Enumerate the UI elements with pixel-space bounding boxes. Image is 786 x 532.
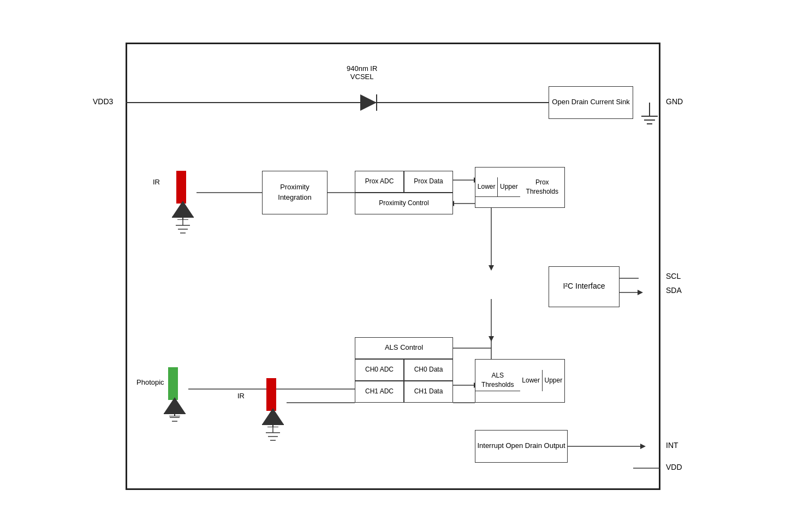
prox-upper-box: Upper	[498, 177, 520, 197]
prox-data-box: Prox Data	[404, 171, 453, 193]
open-drain-box: Open Drain Current Sink	[549, 86, 633, 119]
vdd-label: VDD	[666, 463, 682, 471]
ir-top-label: IR	[153, 178, 160, 186]
prox-thresholds-label: Prox Thresholds	[520, 177, 565, 198]
interrupt-box: Interrupt Open Drain Output	[475, 430, 568, 463]
ir-top-diode	[169, 198, 196, 220]
gnd-label: GND	[666, 97, 683, 106]
prox-thresholds-outer: Lower Upper Prox Thresholds	[475, 167, 565, 208]
svg-marker-55	[262, 408, 284, 425]
diagram-container: VDD3 GND SCL SDA INT VDD 940nm IRVCSEL I…	[93, 32, 693, 501]
als-control-box: ALS Control	[355, 337, 453, 359]
proximity-integration-box: Proximity Integration	[262, 171, 327, 214]
svg-marker-51	[164, 397, 186, 414]
photopic-diode	[161, 394, 188, 416]
als-lower-box: Lower	[520, 370, 543, 391]
prox-lower-box: Lower	[475, 177, 498, 197]
ir-bottom-diode	[259, 405, 287, 427]
vcsel-label: 940nm IRVCSEL	[347, 64, 377, 81]
sda-label: SDA	[666, 286, 682, 295]
als-thresholds-label: ALS Thresholds	[475, 370, 520, 391]
als-thresholds-outer: ALS Thresholds Lower Upper	[475, 359, 565, 403]
photopic-label: Photopic	[136, 378, 164, 386]
ch0-adc-box: CH0 ADC	[355, 359, 404, 381]
ch1-adc-box: CH1 ADC	[355, 381, 404, 403]
int-label: INT	[666, 441, 678, 450]
als-upper-box: Upper	[543, 370, 564, 391]
svg-marker-47	[172, 201, 194, 217]
ir-bottom-label: IR	[237, 392, 245, 400]
proximity-control-box: Proximity Control	[355, 193, 453, 214]
i2c-box: I²C Interface	[549, 266, 620, 307]
vdd3-label: VDD3	[93, 97, 113, 106]
scl-label: SCL	[666, 272, 681, 280]
prox-adc-box: Prox ADC	[355, 171, 404, 193]
ch0-data-box: CH0 Data	[404, 359, 453, 381]
ch1-data-box: CH1 Data	[404, 381, 453, 403]
